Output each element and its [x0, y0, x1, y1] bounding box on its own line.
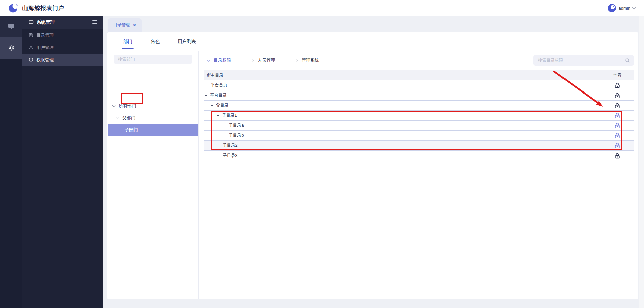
search-icon [625, 58, 630, 63]
directory-cell: 子目录b [204, 133, 600, 138]
sidebar-header-label: 系统管理 [37, 19, 55, 25]
tree-item-所有部门[interactable]: 所有部门 [107, 100, 198, 112]
directory-label: 子目录a [229, 123, 244, 128]
close-icon[interactable]: ✕ [133, 23, 137, 27]
table-row-父目录[interactable]: 父目录 [204, 101, 634, 111]
avatar[interactable] [608, 4, 616, 12]
app-logo-whale-icon [8, 3, 19, 13]
display-icon [29, 20, 34, 25]
tab-用户列表[interactable]: 用户列表 [178, 32, 196, 51]
lock-closed-icon[interactable] [615, 83, 620, 88]
table-row-平台首页[interactable]: 平台首页 [204, 80, 634, 90]
tab-角色[interactable]: 角色 [151, 32, 160, 51]
sidebar-item-label: 用户管理 [36, 45, 54, 51]
section-人员管理[interactable]: 人员管理 [251, 57, 275, 63]
section-目录权限[interactable]: 目录权限 [207, 57, 231, 63]
department-search-input[interactable] [114, 55, 192, 64]
chevron-right-icon[interactable] [251, 59, 254, 62]
permission-sections: 目录权限人员管理管理系统 [207, 55, 339, 66]
expand-triangle-icon[interactable] [205, 95, 207, 96]
lock-open-icon[interactable] [615, 143, 620, 148]
section-管理系统[interactable]: 管理系统 [295, 57, 319, 63]
directory-cell: 子目录3 [204, 153, 600, 159]
directory-cell: 子目录a [204, 123, 600, 128]
tab-label: 角色 [151, 39, 160, 45]
directory-cell: 平台首页 [204, 82, 600, 88]
tree-item-label: 父部门 [122, 115, 136, 121]
column-header-directories: 所有目录 [204, 73, 600, 78]
directory-cell: 平台目录 [204, 93, 600, 98]
directory-label: 子目录1 [222, 113, 237, 118]
panel-divider [198, 51, 199, 299]
document-tab-label: 目录管理 [113, 22, 130, 28]
chevron-down-icon[interactable] [112, 104, 116, 107]
card-tabs: 部门角色用户列表 [107, 32, 638, 51]
table-header-row: 所有目录 查看 [204, 70, 634, 80]
expand-triangle-icon[interactable] [211, 105, 213, 106]
sidebar-item-label: 目录管理 [36, 32, 54, 38]
view-permission-cell [600, 133, 634, 138]
icon-rail [0, 16, 22, 308]
document-tab-directory-management[interactable]: 目录管理 ✕ [108, 18, 142, 32]
department-tree: 所有部门父部门子部门 [107, 100, 198, 136]
directory-label: 父目录 [216, 103, 229, 108]
directory-label: 子目录2 [223, 143, 237, 148]
permission-search-input[interactable] [533, 58, 625, 63]
table-row-平台目录[interactable]: 平台目录 [204, 90, 634, 101]
tab-label: 部门 [123, 39, 132, 45]
table-row-子目录3[interactable]: 子目录3 [204, 151, 634, 161]
lock-closed-icon[interactable] [615, 93, 620, 98]
table-row-子目录2[interactable]: 子目录2 [204, 141, 634, 151]
expand-triangle-icon[interactable] [217, 115, 219, 116]
sidebar-header: 系统管理 [22, 16, 103, 29]
view-permission-cell [600, 103, 634, 108]
lock-closed-icon[interactable] [615, 153, 620, 159]
catalog-icon [29, 33, 33, 38]
tree-item-label: 所有部门 [119, 103, 136, 109]
chevron-down-icon[interactable] [632, 5, 636, 9]
user-menu[interactable]: admin [608, 0, 635, 16]
tree-item-父部门[interactable]: 父部门 [107, 112, 198, 124]
sidebar-item-用户管理[interactable]: 用户管理 [22, 41, 103, 54]
directory-label: 平台首页 [211, 82, 227, 88]
table-row-子目录1[interactable]: 子目录1 [204, 111, 634, 121]
lock-open-icon[interactable] [615, 123, 620, 128]
section-label: 管理系统 [302, 57, 319, 63]
permission-table: 所有目录 查看 平台首页平台目录父目录子目录1子目录a子目录b子目录2子目录3 [204, 70, 634, 161]
monitor-rail-button[interactable] [0, 16, 22, 37]
directory-cell: 父目录 [204, 103, 600, 108]
chevron-down-icon[interactable] [116, 116, 119, 119]
permission-search [533, 55, 634, 66]
sidebar-item-权限管理[interactable]: 权限管理 [22, 54, 103, 66]
tree-item-label: 子部门 [125, 127, 138, 133]
section-label: 目录权限 [214, 57, 231, 63]
hamburger-icon[interactable] [92, 20, 97, 25]
sidebar-item-目录管理[interactable]: 目录管理 [22, 29, 103, 41]
chevron-down-icon[interactable] [207, 58, 210, 62]
table-row-子目录a[interactable]: 子目录a [204, 121, 634, 131]
directory-cell: 子目录2 [204, 143, 600, 148]
sidebar: 系统管理 目录管理用户管理权限管理 [22, 16, 103, 308]
tree-item-子部门[interactable]: 子部门 [108, 124, 198, 136]
app-title: 山海鲸报表门户 [22, 4, 64, 12]
directory-label: 子目录3 [223, 153, 237, 159]
sidebar-item-label: 权限管理 [36, 57, 54, 63]
lock-open-icon[interactable] [615, 113, 620, 118]
monitor-icon [7, 23, 15, 30]
table-row-子目录b[interactable]: 子目录b [204, 131, 634, 141]
lock-closed-icon[interactable] [615, 103, 620, 108]
active-tab-underline [122, 48, 134, 49]
view-permission-cell [600, 83, 634, 88]
view-permission-cell [600, 123, 634, 128]
tab-部门[interactable]: 部门 [123, 32, 132, 51]
lock-open-icon[interactable] [615, 133, 620, 138]
directory-label: 子目录b [229, 133, 244, 138]
view-permission-cell [600, 143, 634, 148]
shield-icon [29, 58, 33, 62]
view-permission-cell [600, 93, 634, 98]
tab-label: 用户列表 [178, 39, 196, 45]
gear-icon [7, 44, 15, 52]
scrollbar-gutter[interactable] [639, 16, 644, 308]
chevron-right-icon[interactable] [295, 59, 298, 62]
settings-rail-button[interactable] [0, 37, 22, 59]
